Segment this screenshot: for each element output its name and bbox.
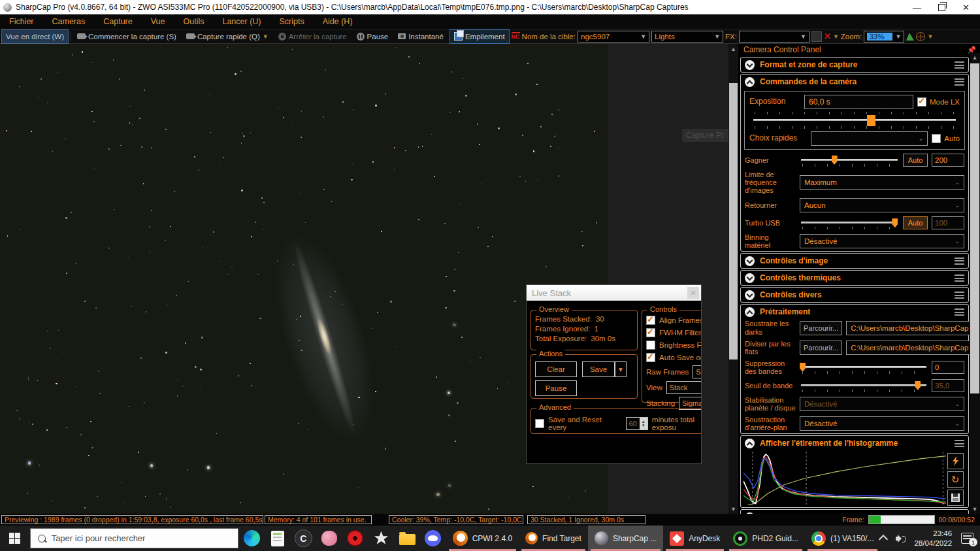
stepper-arrows-icon[interactable]: ▲▼ — [640, 418, 647, 429]
image-vertical-scrollbar[interactable]: ▲ ▼ — [728, 44, 738, 514]
frame-type-combo[interactable]: Lights▼ — [651, 31, 723, 42]
menu-outils[interactable]: Outils — [174, 17, 214, 26]
quick-capture-button[interactable]: Capture rapide (Q)▼ — [182, 30, 272, 43]
fx-combo[interactable]: ▼ — [739, 31, 809, 42]
menu-lancer[interactable]: Lancer (U) — [213, 17, 270, 26]
section-menu-icon[interactable] — [955, 258, 964, 265]
section-menu-icon[interactable] — [955, 78, 964, 86]
start-button[interactable] — [0, 526, 30, 551]
chevron-down-icon[interactable] — [745, 256, 755, 266]
chevron-down-icon[interactable] — [745, 273, 755, 283]
mode-lx-checkbox[interactable] — [917, 97, 926, 107]
band-threshold-slider[interactable] — [800, 379, 928, 392]
usb-auto-button[interactable]: Auto — [903, 216, 928, 229]
scroll-down-icon[interactable]: ▼ — [728, 504, 738, 514]
taskbar-app-phd2[interactable]: PHD2 Guid... — [727, 526, 805, 551]
section-menu-icon[interactable] — [955, 275, 964, 282]
menu-vue[interactable]: Vue — [142, 17, 174, 26]
search-input[interactable]: Taper ici pour rechercher — [30, 528, 239, 548]
selection-toggle-button[interactable] — [811, 31, 822, 42]
live-view-button[interactable]: Vue en direct (W) — [1, 29, 69, 44]
flats-browse-button[interactable]: Parcourir... — [800, 341, 842, 355]
chevron-down-icon[interactable] — [745, 60, 755, 70]
taskbar-paint-icon[interactable] — [316, 526, 342, 551]
section-preprocessing-title[interactable]: Prétraitement — [760, 307, 949, 316]
reticle-icon[interactable] — [916, 32, 925, 41]
save-dropdown-icon[interactable]: ▾ — [615, 361, 627, 377]
save-stretch-button[interactable] — [947, 490, 964, 506]
reset-stretch-button[interactable]: ↻ — [947, 471, 964, 488]
usb-slider[interactable] — [800, 216, 899, 229]
pause-stack-button[interactable]: Pause — [535, 380, 577, 396]
auto-stretch-button[interactable] — [947, 453, 964, 469]
chevron-up-icon[interactable] — [745, 307, 755, 317]
menu-cameras[interactable]: Cameras — [43, 17, 95, 26]
darks-browse-button[interactable]: Parcourir... — [800, 321, 842, 335]
scrollbar-thumb[interactable] — [970, 63, 979, 393]
taskbar-notepad-icon[interactable] — [265, 526, 291, 551]
align-frames-checkbox[interactable] — [646, 316, 655, 325]
chevron-up-icon[interactable] — [745, 439, 755, 448]
live-stack-titlebar[interactable]: Live Stack ✕ — [527, 285, 701, 301]
background-sub-combo[interactable]: Désactivé⌄ — [800, 416, 964, 431]
scroll-down-icon[interactable]: ▼ — [970, 505, 980, 514]
taskbar-star-icon[interactable] — [368, 526, 395, 551]
flip-combo[interactable]: Aucun⌄ — [800, 198, 964, 212]
scroll-up-icon[interactable]: ▲ — [970, 53, 980, 62]
filename-increment-icon[interactable]: NC — [512, 32, 520, 41]
stabilization-combo[interactable]: Désactivé⌄ — [800, 397, 964, 411]
taskbar-clock[interactable]: 23:4628/04/2022 — [914, 529, 952, 548]
quick-picks-combo[interactable]: ⌄ — [811, 131, 928, 146]
clear-fx-icon[interactable]: ✕ — [824, 32, 831, 41]
scroll-up-icon[interactable]: ▲ — [728, 44, 738, 54]
slider-thumb[interactable] — [832, 156, 838, 165]
menu-scripts[interactable]: Scripts — [270, 17, 314, 26]
section-thermal-title[interactable]: Contrôles thermiques — [760, 273, 949, 282]
pause-button[interactable]: Pause — [353, 30, 393, 43]
target-name-combo[interactable]: ngc5907▼ — [578, 31, 649, 42]
histogram-icon[interactable] — [906, 33, 914, 41]
section-camera-title[interactable]: Commandes de la caméra — [760, 77, 949, 86]
raw-frames-button[interactable]: Save St — [693, 365, 702, 378]
section-menu-icon[interactable] — [955, 292, 964, 299]
chevron-up-icon[interactable] — [745, 77, 755, 87]
slider-thumb[interactable] — [915, 381, 921, 390]
action-center-icon[interactable]: 1 — [961, 533, 973, 544]
gain-value[interactable]: 200 — [932, 154, 964, 167]
menu-capture[interactable]: Capture — [94, 17, 141, 26]
exposure-input[interactable]: 60,0 s — [804, 95, 913, 109]
minutes-stepper[interactable]: 60▲▼ — [626, 417, 648, 430]
tray-chevron-icon[interactable] — [879, 535, 888, 544]
start-capture-button[interactable]: Commencer la capture (S) — [73, 30, 180, 43]
section-histogram-title[interactable]: Afficher l'étirement de l'histogramme — [760, 439, 949, 448]
close-icon[interactable]: ✕ — [687, 287, 699, 299]
speaker-icon[interactable] — [896, 535, 905, 543]
taskbar-app-anydesk[interactable]: AnyDesk — [663, 526, 727, 551]
gain-auto-button[interactable]: Auto — [903, 154, 928, 167]
stop-capture-button[interactable]: Arrêter la capture — [274, 30, 351, 43]
brightness-filter-checkbox[interactable] — [646, 341, 655, 350]
auto-save-checkbox[interactable] — [646, 353, 655, 362]
scrollbar-thumb[interactable] — [729, 83, 738, 359]
save-reset-checkbox[interactable] — [535, 419, 544, 428]
live-stack-button[interactable]: Empilement — [449, 29, 510, 44]
restore-icon[interactable] — [938, 4, 945, 11]
taskbar-ccleaner-icon[interactable]: C — [291, 526, 317, 551]
taskbar-media-icon[interactable] — [342, 526, 368, 551]
menu-aide[interactable]: Aide (H) — [314, 17, 362, 26]
panel-vertical-scrollbar[interactable]: ▲ ▼ — [970, 53, 980, 514]
chevron-down-icon[interactable] — [745, 290, 755, 300]
auto-exposure-checkbox[interactable] — [932, 134, 941, 143]
flats-path-combo[interactable]: C:\Users\marcb\Desktop\SharpCap C...⌄ — [846, 341, 970, 355]
snapshot-button[interactable]: Instantané — [394, 30, 448, 43]
banding-value[interactable]: 0 — [932, 361, 964, 374]
view-combo[interactable]: Stack — [666, 381, 702, 394]
minimize-icon[interactable]: — — [913, 3, 921, 12]
taskbar-app-cpwi[interactable]: CPWI 2.4.0 — [446, 526, 519, 551]
taskbar-app-sharpcap[interactable]: SharpCap ... — [588, 526, 663, 551]
section-image-title[interactable]: Contrôles d'image — [760, 256, 949, 265]
section-menu-icon[interactable] — [955, 309, 964, 316]
taskbar-discord-icon[interactable] — [420, 526, 446, 551]
fwhm-filter-checkbox[interactable] — [646, 328, 655, 337]
section-menu-icon[interactable] — [955, 61, 964, 69]
